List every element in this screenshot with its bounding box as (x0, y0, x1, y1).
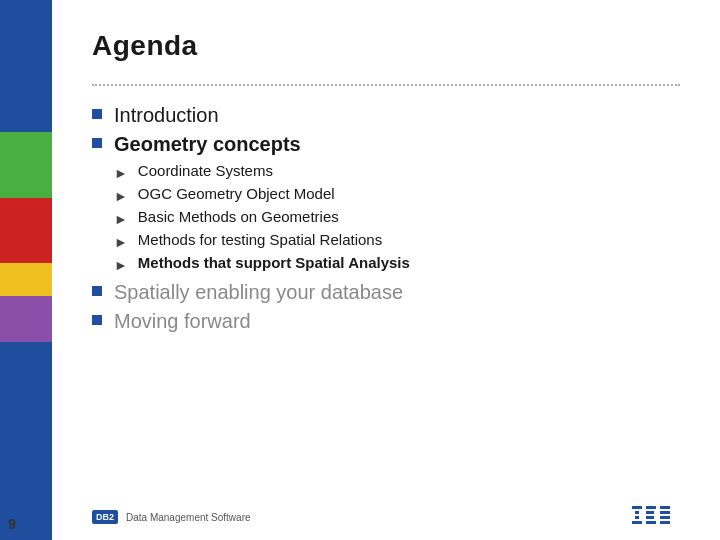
subitem-2: ► OGC Geometry Object Model (114, 185, 680, 204)
subitem-label-5: Methods that support Spatial Analysis (138, 254, 410, 271)
bar-red (0, 198, 52, 264)
svg-rect-7 (646, 521, 656, 524)
svg-rect-6 (646, 516, 654, 519)
page-number: 9 (8, 516, 16, 532)
bar-yellow (0, 263, 52, 296)
agenda-label-geometry: Geometry concepts (114, 133, 301, 156)
svg-rect-9 (660, 511, 670, 514)
sub-bullet-icon-2: ► (114, 188, 128, 204)
subitem-4: ► Methods for testing Spatial Relations (114, 231, 680, 250)
agenda-item-spatial: Spatially enabling your database (92, 281, 680, 304)
footer: DB2 Data Management Software (52, 506, 720, 528)
footer-branding: DB2 Data Management Software (92, 510, 251, 524)
ibm-logo-svg (632, 506, 684, 528)
agenda-item-introduction: Introduction (92, 104, 680, 127)
subitem-label-3: Basic Methods on Geometries (138, 208, 339, 225)
bullet-icon-moving (92, 315, 102, 325)
svg-rect-4 (646, 506, 656, 509)
subitem-label-2: OGC Geometry Object Model (138, 185, 335, 202)
agenda-label-introduction: Introduction (114, 104, 219, 127)
color-sidebar (0, 0, 52, 540)
svg-rect-0 (632, 506, 642, 509)
subitem-label-1: Coordinate Systems (138, 162, 273, 179)
svg-rect-2 (635, 516, 639, 519)
bullet-icon (92, 109, 102, 119)
svg-rect-11 (660, 521, 670, 524)
svg-rect-3 (632, 521, 642, 524)
bar-blue (0, 0, 52, 132)
svg-rect-10 (660, 516, 670, 519)
bullet-icon-geometry (92, 138, 102, 148)
svg-rect-8 (660, 506, 670, 509)
db2-badge: DB2 (92, 510, 118, 524)
subitem-5: ► Methods that support Spatial Analysis (114, 254, 680, 273)
agenda-label-moving: Moving forward (114, 310, 251, 333)
separator (92, 84, 680, 86)
sub-bullet-icon-3: ► (114, 211, 128, 227)
geometry-subitems: ► Coordinate Systems ► OGC Geometry Obje… (114, 162, 680, 273)
agenda-label-spatial: Spatially enabling your database (114, 281, 403, 304)
main-content: Agenda Introduction Geometry concepts ► … (52, 0, 720, 540)
agenda-item-geometry: Geometry concepts (92, 133, 680, 156)
page-title: Agenda (92, 30, 680, 62)
bar-bottom-blue (0, 342, 52, 540)
bar-green (0, 132, 52, 198)
sub-bullet-icon-4: ► (114, 234, 128, 250)
footer-brand-text: Data Management Software (126, 512, 251, 523)
sub-bullet-icon-1: ► (114, 165, 128, 181)
subitem-1: ► Coordinate Systems (114, 162, 680, 181)
bar-purple (0, 296, 52, 342)
ibm-logo (632, 506, 680, 528)
subitem-3: ► Basic Methods on Geometries (114, 208, 680, 227)
bullet-icon-spatial (92, 286, 102, 296)
svg-rect-1 (635, 511, 639, 514)
subitem-label-4: Methods for testing Spatial Relations (138, 231, 382, 248)
sub-bullet-icon-5: ► (114, 257, 128, 273)
svg-rect-5 (646, 511, 654, 514)
agenda-item-moving: Moving forward (92, 310, 680, 333)
